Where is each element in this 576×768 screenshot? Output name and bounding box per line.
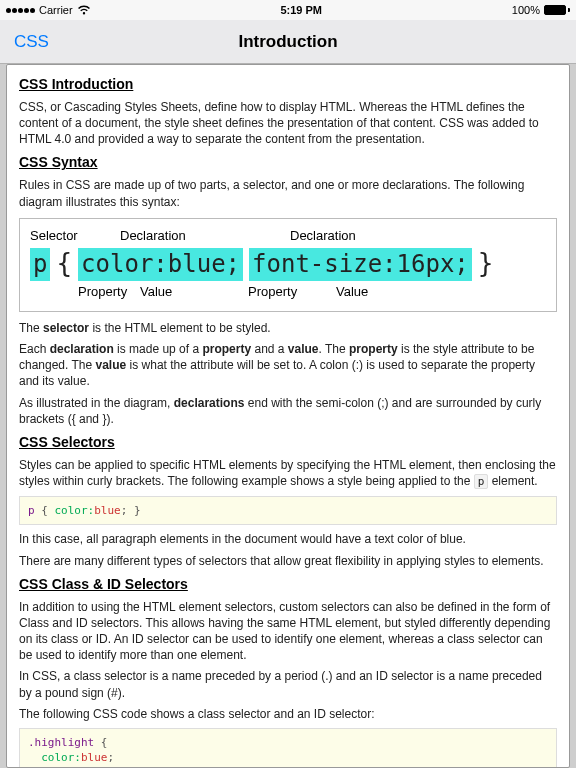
battery-percent: 100% xyxy=(512,4,540,16)
back-button[interactable]: CSS xyxy=(0,32,49,52)
diagram-label-value-1: Value xyxy=(130,283,220,301)
heading-classid: CSS Class & ID Selectors xyxy=(19,575,557,594)
diagram-brace-close: } xyxy=(478,246,494,281)
heading-selectors: CSS Selectors xyxy=(19,433,557,452)
diagram-declaration-1: color:blue; xyxy=(78,248,243,280)
diagram-declaration-2: font-size:16px; xyxy=(249,248,472,280)
code-block-2: .highlight { color:blue; font-weight:bol… xyxy=(19,728,557,768)
para-declaration-def: Each declaration is made up of a propert… xyxy=(19,341,557,390)
page-title: Introduction xyxy=(0,32,576,52)
diagram-brace-open: { xyxy=(56,246,72,281)
battery-icon xyxy=(544,5,570,15)
para-inthiscase: In this case, all paragraph elements in … xyxy=(19,531,557,547)
nav-bar: CSS Introduction xyxy=(0,20,576,64)
diagram-label-property-1: Property xyxy=(30,283,130,301)
para-manytypes: There are many different types of select… xyxy=(19,553,557,569)
wifi-icon xyxy=(77,5,91,15)
document-page[interactable]: CSS Introduction CSS, or Cascading Style… xyxy=(6,64,570,768)
para-classid-1: In addition to using the HTML element se… xyxy=(19,599,557,664)
content-stage: CSS Introduction CSS, or Cascading Style… xyxy=(0,64,576,768)
diagram-label-declaration-2: Declaration xyxy=(250,227,356,245)
para-classid-2: In CSS, a class selector is a name prece… xyxy=(19,668,557,700)
heading-intro: CSS Introduction xyxy=(19,75,557,94)
diagram-label-value-2: Value xyxy=(320,283,368,301)
inline-code-p: p xyxy=(474,474,489,489)
para-classid-3: The following CSS code shows a class sel… xyxy=(19,706,557,722)
diagram-label-declaration-1: Declaration xyxy=(90,227,250,245)
clock: 5:19 PM xyxy=(280,4,322,16)
code-block-1: p { color:blue; } xyxy=(19,496,557,525)
status-bar: Carrier 5:19 PM 100% xyxy=(0,0,576,20)
signal-icon xyxy=(6,8,35,13)
para-selectors: Styles can be applied to specific HTML e… xyxy=(19,457,557,490)
para-intro: CSS, or Cascading Styles Sheets, define … xyxy=(19,99,557,148)
diagram-selector-text: p xyxy=(30,248,50,280)
syntax-diagram: Selector Declaration Declaration p { col… xyxy=(19,218,557,312)
diagram-label-property-2: Property xyxy=(220,283,320,301)
carrier-label: Carrier xyxy=(39,4,73,16)
diagram-label-selector: Selector xyxy=(30,227,90,245)
para-syntax: Rules in CSS are made up of two parts, a… xyxy=(19,177,557,209)
para-selector-def: The selector is the HTML element to be s… xyxy=(19,320,557,336)
para-illustrated: As illustrated in the diagram, declarati… xyxy=(19,395,557,427)
heading-syntax: CSS Syntax xyxy=(19,153,557,172)
